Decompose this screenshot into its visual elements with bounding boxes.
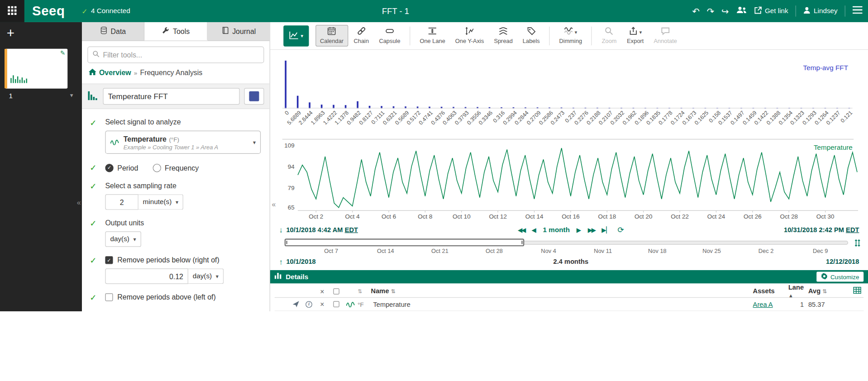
sampling-unit-value: minute(s) — [143, 198, 172, 206]
slider-selected-range[interactable] — [285, 238, 524, 246]
column-name[interactable]: Name ⇅ — [371, 287, 753, 295]
table-row-temp-avg-fft[interactable]: ✎ i × Temp-avg FFT Area A — [275, 311, 864, 311]
new-worksheet-button[interactable]: + — [7, 27, 14, 40]
tab-tools-label: Tools — [173, 27, 190, 35]
step-to-end-button[interactable]: ▶▏ — [601, 226, 611, 233]
expand-range-icon[interactable] — [854, 239, 861, 247]
info-icon[interactable]: i — [302, 301, 315, 308]
chart-type-button[interactable]: ▾ — [283, 25, 309, 46]
tab-data[interactable]: Data — [82, 22, 145, 40]
remove-below-checkbox[interactable]: ✓ Remove periods below (right of) — [105, 256, 261, 264]
get-link-button[interactable]: Get link — [754, 6, 788, 16]
toolbar-dimming[interactable]: ▾Dimming — [555, 25, 587, 47]
step-forward-full-button[interactable]: ▶▶ — [588, 226, 595, 233]
toolbar-labels[interactable]: Labels — [518, 25, 544, 47]
toolbar-export[interactable]: ▾Export — [622, 25, 648, 47]
select-all-checkbox[interactable] — [329, 288, 343, 294]
tools-panel: Data Tools Journal Overview » Frequency … — [82, 22, 270, 311]
radio-period[interactable]: ✓ Period — [105, 163, 138, 173]
seeq-logo[interactable]: Seeq — [32, 3, 65, 19]
toolbar-one-y-axis[interactable]: One Y-Axis — [451, 25, 488, 47]
home-icon[interactable] — [89, 69, 96, 77]
tab-tools[interactable]: Tools — [145, 22, 208, 40]
collaborators-button[interactable] — [736, 6, 746, 16]
filter-tools-input[interactable] — [103, 51, 259, 59]
slider-tick-label: Nov 11 — [594, 248, 612, 254]
sort-icon[interactable]: ⇅ — [358, 288, 371, 294]
step-forward-button[interactable]: ▶ — [577, 226, 581, 233]
redo-button[interactable]: ↷ — [707, 6, 714, 16]
user-menu[interactable]: Lindsey — [803, 7, 838, 16]
remove-above-checkbox[interactable]: Remove periods above (left of) — [105, 293, 261, 301]
display-range-start[interactable]: ↓ 10/1/2018 4:42 AM EDT — [279, 225, 358, 234]
edit-worksheet-icon[interactable]: ✎ — [60, 50, 65, 57]
output-units-select[interactable]: day(s) ▾ — [105, 231, 141, 247]
column-picker-icon[interactable] — [853, 288, 861, 295]
display-range-bar: ↓ 10/1/2018 4:42 AM EDT ◀◀ ◀ 1 month ▶ ▶… — [279, 224, 859, 236]
breadcrumb-overview[interactable]: Overview — [99, 69, 131, 77]
remove-below-unit-select[interactable]: day(s) ▾ — [188, 268, 224, 284]
customize-button[interactable]: Customize — [816, 272, 863, 282]
toolbar-capsule[interactable]: Capsule — [375, 25, 405, 47]
share-button[interactable]: ↪ — [721, 6, 729, 16]
sampling-label: Select a sampling rate — [105, 181, 261, 190]
range-start-arrow-icon: ↓ — [279, 225, 283, 234]
display-start-timezone[interactable]: EDT — [345, 226, 358, 233]
remove-icon[interactable]: × — [315, 300, 329, 308]
trend-chart-plot[interactable]: 109947965 — [276, 139, 863, 212]
signal-name-cell[interactable]: Temperature — [371, 300, 753, 308]
toolbar-calendar[interactable]: Calendar — [315, 25, 348, 47]
color-picker-button[interactable] — [244, 88, 264, 105]
auto-update-button[interactable]: ⟳ — [618, 225, 624, 234]
display-end-timezone[interactable]: EDT — [846, 226, 859, 233]
radio-frequency[interactable]: Frequency — [153, 163, 199, 173]
worksheet-caret-icon[interactable]: ▾ — [70, 92, 73, 100]
row-checkbox[interactable] — [329, 301, 343, 307]
display-range-end[interactable]: 10/31/2018 2:42 PM EDT — [784, 226, 859, 233]
remove-below-input[interactable] — [105, 268, 188, 284]
column-assets[interactable]: Assets — [753, 287, 788, 295]
main-menu-button[interactable] — [853, 6, 863, 16]
investigate-range-slider[interactable] — [285, 238, 848, 248]
step-back-button[interactable]: ◀ — [532, 226, 536, 233]
undo-button[interactable]: ↶ — [692, 6, 699, 16]
one-lane-icon — [428, 26, 437, 37]
investigate-start[interactable]: ↑ 10/1/2018 — [279, 257, 316, 267]
collapse-rail-handle[interactable]: « — [77, 198, 81, 206]
step-size-button[interactable]: 1 month — [543, 226, 570, 233]
column-avg[interactable]: Avg ⇅ — [808, 287, 839, 295]
fft-chart-plot[interactable] — [282, 54, 853, 109]
tool-name-input[interactable] — [103, 88, 240, 105]
investigate-end-value[interactable]: 12/12/2018 — [826, 258, 859, 266]
trend-series-label[interactable]: Temperature — [814, 144, 853, 152]
connection-status[interactable]: ✓ 4 Connected — [81, 7, 130, 15]
fft-series-label[interactable]: Temp-avg FFT — [803, 64, 848, 72]
tab-journal[interactable]: Journal — [207, 22, 269, 40]
signal-select[interactable]: Temperature (°F) Example » Cooling Tower… — [105, 131, 261, 154]
toolbar-spread[interactable]: Spread — [490, 25, 517, 47]
toolbar-chain[interactable]: Chain — [349, 25, 373, 47]
column-lane[interactable]: Lane ▲ — [788, 283, 808, 299]
slider-tick-label: Oct 14 — [377, 248, 394, 254]
signal-path: Example » Cooling Tower 1 » Area A — [124, 144, 248, 151]
sampling-unit-select[interactable]: minute(s) ▾ — [138, 194, 183, 210]
fft-chart[interactable]: Temp-avg FFT — [282, 54, 853, 109]
toolbar-one-lane[interactable]: One Lane — [415, 25, 450, 47]
investigate-range-row — [285, 238, 862, 248]
app-switcher-button[interactable] — [0, 0, 24, 22]
trend-date-label: Oct 22 — [671, 213, 689, 220]
asset-link[interactable]: Area A — [753, 300, 788, 308]
toolbar-annotate[interactable]: Annotate — [649, 25, 682, 47]
investigate-duration[interactable]: 2.4 months — [553, 258, 589, 266]
sampling-rate-input[interactable] — [105, 194, 138, 210]
tab-journal-label: Journal — [232, 27, 256, 35]
navigate-icon[interactable] — [289, 300, 302, 308]
worksheet-thumbnail[interactable]: ✎ — [5, 49, 67, 89]
toolbar-zoom[interactable]: Zoom — [597, 25, 621, 47]
panel-tabs: Data Tools Journal — [82, 22, 270, 41]
remove-all-icon[interactable]: × — [315, 287, 329, 295]
collapse-panel-handle[interactable]: « — [272, 200, 276, 209]
trend-chart[interactable]: 109947965 Temperature — [276, 139, 863, 212]
step-back-full-button[interactable]: ◀◀ — [518, 226, 525, 233]
table-row-temperature[interactable]: i × °F Temperature Area A 1 85.37 — [275, 298, 864, 311]
